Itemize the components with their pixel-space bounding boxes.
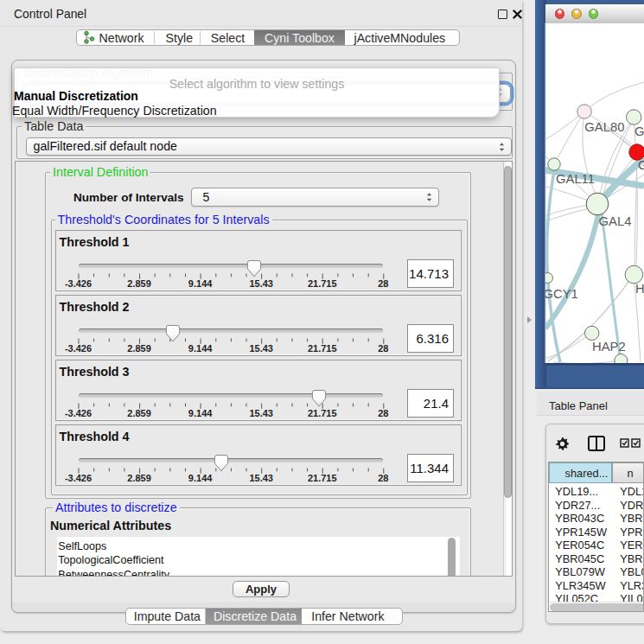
svg-text:G: G <box>638 158 644 172</box>
svg-text:GAL80: GAL80 <box>584 120 624 134</box>
svg-text:GCY1: GCY1 <box>544 287 578 301</box>
svg-text:HAP2: HAP2 <box>592 340 626 354</box>
svg-text:HI: HI <box>635 282 644 296</box>
svg-text:GAL4: GAL4 <box>599 214 632 228</box>
svg-text:GA: GA <box>634 124 644 138</box>
svg-text:GAL11: GAL11 <box>556 172 595 186</box>
